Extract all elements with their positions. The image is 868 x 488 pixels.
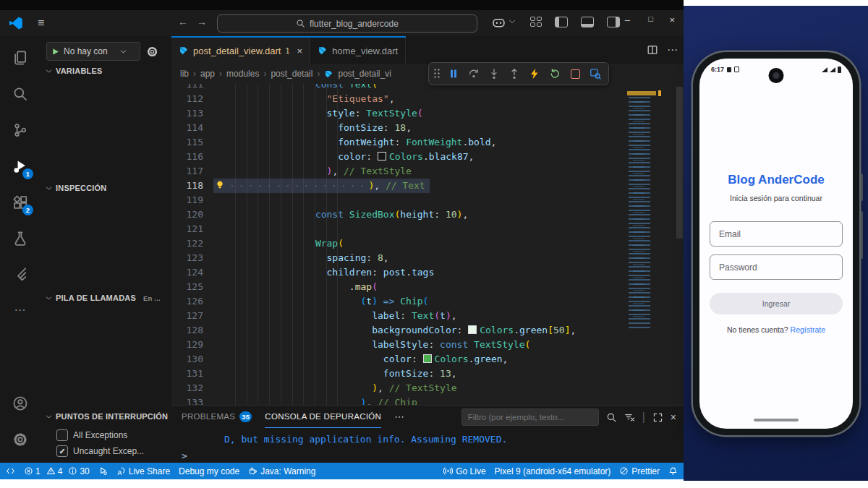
step-out-button[interactable] <box>506 65 523 82</box>
step-over-button[interactable] <box>465 65 482 82</box>
code-line[interactable]: 129 labelStyle: const TextStyle( <box>171 338 684 352</box>
command-center-search[interactable]: flutter_blog_andercode <box>217 14 477 33</box>
email-field[interactable] <box>710 221 843 247</box>
sidebar-item-testing[interactable] <box>0 224 41 253</box>
login-button[interactable]: Ingresar <box>710 293 843 314</box>
sidebar-item-explorer[interactable] <box>0 43 41 72</box>
more-actions-icon[interactable]: ⋯ <box>667 43 678 56</box>
code-line[interactable]: 122 Wrap( <box>171 236 684 251</box>
line-number[interactable]: 128 <box>171 323 213 338</box>
menu-hamburger-icon[interactable]: ≡ <box>38 17 44 30</box>
code-line[interactable]: 132 ), // TextStyle <box>171 381 684 395</box>
debug-console[interactable]: D, but missing application info. Assumin… <box>171 427 684 463</box>
line-number[interactable]: 129 <box>171 338 213 352</box>
search-icon[interactable] <box>606 412 617 423</box>
remote-indicator[interactable] <box>6 466 15 476</box>
signup-link[interactable]: Regístrate <box>791 325 825 334</box>
java-status-button[interactable]: Java: Warning <box>248 466 315 476</box>
breadcrumb-item[interactable]: modules <box>226 69 259 79</box>
line-number[interactable]: 131 <box>171 367 213 381</box>
sidebar-item-search[interactable] <box>0 80 41 108</box>
code-line[interactable]: 115 fontWeight: FontWeight.bold, <box>171 135 684 150</box>
notifications-button[interactable] <box>668 466 678 476</box>
customize-layout-icon[interactable] <box>530 17 542 27</box>
back-arrow-icon[interactable]: ← <box>178 16 188 27</box>
scrollbar-thumb[interactable] <box>676 87 683 239</box>
console-filter-input[interactable] <box>461 408 599 426</box>
start-debug-icon[interactable] <box>51 47 60 56</box>
more-views-button[interactable]: ⋯ <box>0 295 41 324</box>
tab-post-detail-view[interactable]: post_detail_view.dart 1 × <box>171 38 310 64</box>
stop-button[interactable] <box>566 65 584 82</box>
code-line[interactable]: 118···············), // Text <box>171 179 684 193</box>
go-live-button[interactable]: Go Live <box>443 466 485 476</box>
clear-filter-icon[interactable] <box>624 412 635 423</box>
more-panel-tabs-icon[interactable]: ⋯ <box>394 411 404 422</box>
code-line[interactable]: 128 backgroundColor: Colors.green[50], <box>171 323 684 338</box>
settings-button[interactable] <box>0 425 41 454</box>
sidebar-item-flutter[interactable] <box>0 260 41 289</box>
breadcrumb[interactable]: lib› app› modules› post_detail› post_det… <box>180 64 391 84</box>
breakpoint-all-exceptions[interactable]: All Exceptions <box>56 429 127 441</box>
debug-status[interactable] <box>98 466 108 476</box>
code-line[interactable]: 125 .map( <box>171 280 684 294</box>
prettier-status[interactable]: Prettier <box>619 466 660 476</box>
maximize-button[interactable]: □ <box>648 14 653 23</box>
line-number[interactable]: 121 <box>171 222 213 236</box>
run-config-dropdown[interactable]: No hay con <box>46 42 140 61</box>
hot-reload-button[interactable] <box>526 65 543 82</box>
debug-my-code-button[interactable]: Debug my code <box>179 466 239 476</box>
minimap[interactable] <box>627 87 659 405</box>
toggle-sidebar-icon[interactable] <box>555 17 568 27</box>
code-line[interactable]: 114 fontSize: 18, <box>171 121 684 135</box>
section-variables[interactable]: VARIABLES <box>45 67 103 75</box>
live-share-button[interactable]: Live Share <box>116 466 170 476</box>
code-line[interactable]: 131 fontSize: 13, <box>171 367 684 381</box>
restart-button[interactable] <box>546 65 563 82</box>
breakpoint-uncaught-exceptions[interactable]: Uncaught Excep... <box>56 445 144 457</box>
line-number[interactable]: 116 <box>171 150 213 164</box>
line-number[interactable]: 122 <box>171 236 213 251</box>
code-line[interactable]: 133 ), // Chip <box>171 395 684 405</box>
accounts-button[interactable] <box>0 389 41 418</box>
toggle-secondary-sidebar-icon[interactable] <box>607 17 620 27</box>
code-line[interactable]: 119 <box>171 193 684 207</box>
breadcrumb-item[interactable]: lib <box>180 69 189 79</box>
debug-settings-gear-icon[interactable] <box>146 46 158 58</box>
tab-home-view[interactable]: home_view.dart <box>310 38 406 64</box>
line-number[interactable]: 125 <box>171 280 213 294</box>
breadcrumb-item[interactable]: post_detail_vi <box>338 69 391 79</box>
section-watch[interactable]: INSPECCIÓN <box>45 184 106 192</box>
line-number[interactable]: 133 <box>171 395 213 405</box>
drag-handle[interactable] <box>433 68 441 80</box>
line-number[interactable]: 115 <box>171 135 213 150</box>
checkbox[interactable] <box>56 445 68 457</box>
line-number[interactable]: 111 <box>171 84 213 92</box>
code-line[interactable]: 124 children: post.tags <box>171 265 684 280</box>
tab-debug-console[interactable]: CONSOLA DE DEPURACIÓN <box>265 406 381 428</box>
line-number[interactable]: 117 <box>171 164 213 179</box>
line-number[interactable]: 126 <box>171 294 213 309</box>
forward-arrow-icon[interactable]: → <box>197 16 207 27</box>
code-line[interactable]: 113 style: TextStyle( <box>171 106 684 121</box>
line-number[interactable]: 118 <box>171 179 213 193</box>
checkbox[interactable] <box>56 429 68 441</box>
step-into-button[interactable] <box>485 65 503 82</box>
sidebar-item-extensions[interactable]: 2 <box>0 188 41 217</box>
line-number[interactable]: 123 <box>171 251 213 265</box>
problems-summary[interactable]: 1 4 30 <box>24 466 90 476</box>
code-line[interactable]: 130 color: Colors.green, <box>171 352 684 367</box>
tab-close-icon[interactable]: × <box>297 46 303 56</box>
password-field[interactable] <box>710 254 843 280</box>
line-number[interactable]: 112 <box>171 92 213 106</box>
line-number[interactable]: 119 <box>171 193 213 207</box>
sidebar-item-run-debug[interactable]: 1 <box>0 152 41 181</box>
device-selector[interactable]: Pixel 9 (android-x64 emulator) <box>495 466 611 476</box>
line-number[interactable]: 120 <box>171 207 213 222</box>
breadcrumb-item[interactable]: app <box>200 69 215 79</box>
code-editor[interactable]: 111 const Text(112 "Etiquetas",113 style… <box>171 84 684 405</box>
pause-button[interactable] <box>445 65 462 82</box>
code-line[interactable]: 116 color: Colors.black87, <box>171 150 684 164</box>
inspect-widget-button[interactable] <box>587 65 604 82</box>
minimize-button[interactable]: – <box>625 14 630 25</box>
